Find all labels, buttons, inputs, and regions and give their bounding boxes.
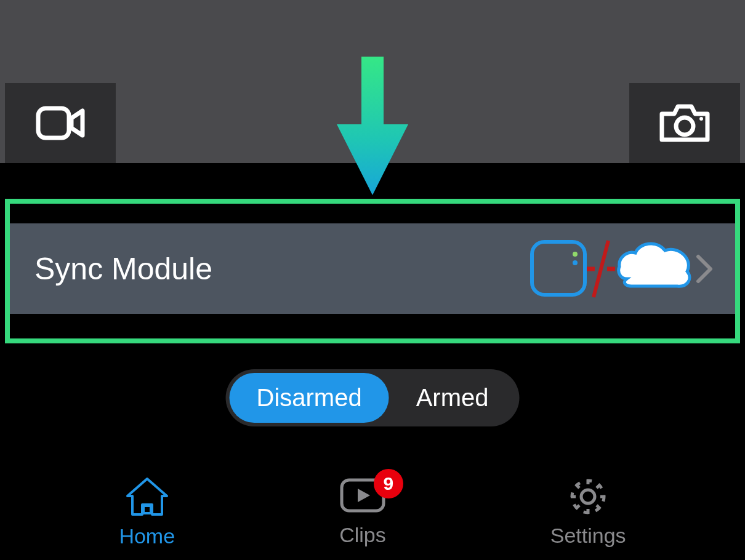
svg-point-4 (573, 252, 578, 257)
gear-icon (568, 477, 608, 516)
sync-module-highlight: Sync Module (5, 199, 740, 343)
svg-point-12 (572, 481, 604, 513)
arm-toggle: Disarmed Armed (226, 369, 520, 426)
svg-point-11 (581, 490, 595, 503)
svg-rect-3 (532, 242, 585, 295)
svg-point-5 (573, 260, 578, 265)
armed-button[interactable]: Armed (389, 373, 516, 423)
nav-settings-label: Settings (550, 524, 626, 548)
svg-rect-0 (38, 108, 69, 138)
svg-point-2 (699, 117, 703, 121)
camera-button[interactable] (629, 83, 740, 163)
arrow-annotation (336, 57, 409, 201)
camera-icon (658, 103, 711, 143)
svg-point-1 (676, 118, 693, 135)
clips-badge: 9 (374, 469, 403, 498)
disarmed-button[interactable]: Disarmed (230, 373, 389, 423)
video-button[interactable] (5, 83, 116, 163)
bottom-nav: Home 9 Clips Settings (0, 468, 745, 560)
sync-module-row[interactable]: Sync Module (10, 223, 735, 314)
video-icon (36, 106, 85, 140)
nav-home[interactable]: Home (119, 476, 175, 548)
sync-module-label: Sync Module (34, 251, 528, 287)
sync-module-status (528, 238, 713, 300)
nav-settings[interactable]: Settings (550, 477, 626, 548)
nav-home-label: Home (119, 524, 175, 548)
home-icon (124, 476, 171, 517)
svg-rect-9 (143, 506, 151, 513)
svg-line-8 (594, 241, 608, 297)
nav-clips-label: Clips (339, 523, 386, 547)
nav-clips[interactable]: 9 Clips (339, 478, 386, 547)
